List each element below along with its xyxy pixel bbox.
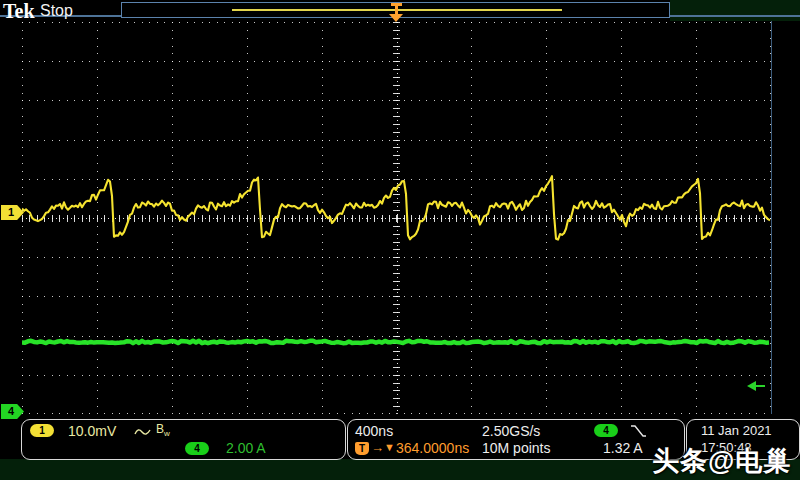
acquisition-status[interactable]: Stop <box>40 2 73 20</box>
top-right-tint <box>670 0 800 21</box>
expansion-point-icon[interactable] <box>389 3 404 22</box>
ch4-trace[interactable] <box>22 341 769 343</box>
sample-rate-readout: 2.50GS/s <box>482 423 540 439</box>
ch4-scale-readout[interactable]: 2.00 A <box>226 440 266 456</box>
trigger-level-arrow-icon[interactable] <box>747 381 766 392</box>
trigger-level-readout[interactable]: 1.32 A <box>603 440 643 456</box>
trigger-slope-falling-icon <box>629 424 647 438</box>
trigger-delay-badge: T <box>355 442 369 455</box>
bw-sub: w <box>164 429 170 438</box>
horizontal-trigger-readout-box: 400ns 2.50GS/s 4 T → ▼ 364.0000ns 10M po… <box>347 419 685 460</box>
ch1-scale-readout[interactable]: 10.0mV <box>68 423 116 439</box>
trigger-source-badge[interactable]: 4 <box>594 424 618 437</box>
watermark: 头条@电巢 <box>652 443 791 479</box>
trigger-delay-readout[interactable]: 364.0000ns <box>396 440 469 456</box>
timebase-readout[interactable]: 400ns <box>355 423 393 439</box>
ch1-trace[interactable] <box>22 176 770 239</box>
channel-readout-box: 1 10.0mV Bw 4 2.00 A <box>21 419 346 460</box>
tek-logo: Tek <box>3 0 35 23</box>
trigger-level-arrowhead <box>747 381 756 391</box>
bandwidth-limit-icon: Bw <box>156 422 170 438</box>
ac-coupling-icon <box>134 427 152 437</box>
bw-letter: B <box>156 422 164 436</box>
date-readout: 11 Jan 2021 <box>701 423 772 438</box>
ch1-badge[interactable]: 1 <box>30 424 54 437</box>
trace-layer <box>22 22 771 414</box>
trigger-delay-arrow: → <box>371 440 384 455</box>
record-length-readout: 10M points <box>482 440 550 456</box>
oscilloscope-screen: Tek Stop T 1 4 1 10.0mV Bw 4 2.00 A 400n… <box>0 0 800 480</box>
ch4-badge[interactable]: 4 <box>185 442 209 455</box>
trigger-delay-marker: ▼ <box>384 441 395 453</box>
trigger-level-tail <box>756 385 765 387</box>
